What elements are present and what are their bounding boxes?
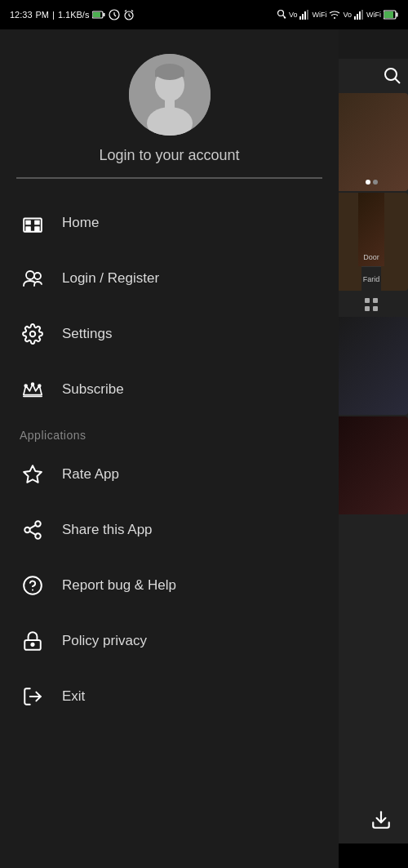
svg-line-9 <box>125 11 126 12</box>
svg-line-10 <box>131 11 133 12</box>
svg-rect-14 <box>299 16 301 20</box>
svg-line-8 <box>129 16 131 17</box>
menu-item-home[interactable]: Home <box>0 195 339 251</box>
menu-item-policy[interactable]: Policy privacy <box>0 613 339 669</box>
subscribe-label: Subscribe <box>62 381 124 398</box>
svg-point-59 <box>31 643 33 646</box>
menu-item-rate[interactable]: Rate App <box>0 447 339 502</box>
vo-signal-2: Vo <box>343 11 352 19</box>
svg-line-27 <box>395 78 400 83</box>
svg-point-43 <box>26 271 34 279</box>
login-label: Login / Register <box>62 270 159 287</box>
svg-point-11 <box>277 11 283 16</box>
svg-point-45 <box>30 332 36 337</box>
svg-point-44 <box>34 273 41 279</box>
svg-line-55 <box>29 525 35 528</box>
svg-rect-40 <box>34 220 39 225</box>
home-label: Home <box>62 215 99 231</box>
svg-rect-2 <box>93 12 100 17</box>
menu-item-subscribe[interactable]: Subscribe <box>0 362 339 417</box>
download-button[interactable] <box>370 809 392 835</box>
battery-icon <box>92 10 105 20</box>
speed-display: 1.1KB/s <box>58 10 90 20</box>
settings-icon <box>20 321 46 347</box>
svg-line-54 <box>29 532 35 535</box>
wifi-label-1: WiFi <box>312 11 326 19</box>
svg-rect-39 <box>25 220 30 225</box>
wifi-label-2: WiFi <box>366 11 381 19</box>
menu-item-exit[interactable]: Exit <box>0 669 339 724</box>
svg-rect-28 <box>365 298 370 303</box>
status-bar: 12:33 PM | 1.1KB/s <box>0 0 408 29</box>
thumb-label-2: Farid <box>361 274 382 285</box>
thumb-1 <box>335 93 408 191</box>
thumb-label-1: Door <box>361 251 381 263</box>
grid-icon <box>335 292 408 317</box>
search-icon[interactable] <box>384 67 401 85</box>
avatar-image <box>129 54 211 136</box>
home-icon <box>20 210 46 236</box>
report-label: Report bug & Help <box>62 577 176 594</box>
svg-rect-16 <box>304 11 306 20</box>
exit-label: Exit <box>62 688 85 705</box>
lock-icon <box>20 628 46 654</box>
rate-label: Rate App <box>62 466 119 483</box>
status-left: 12:33 PM | 1.1KB/s <box>10 9 135 20</box>
svg-rect-20 <box>357 14 358 20</box>
policy-label: Policy privacy <box>62 633 147 649</box>
applications-menu: Rate App Share this App <box>0 447 339 724</box>
signal-icon-2 <box>354 10 364 20</box>
key-icon <box>277 9 286 20</box>
svg-rect-22 <box>361 10 363 20</box>
svg-rect-21 <box>359 11 361 20</box>
ampm-display: PM <box>36 10 50 20</box>
drawer-header: Login to your account <box>0 29 339 195</box>
login-text[interactable]: Login to your account <box>99 147 239 164</box>
applications-section-label: Applications <box>0 417 339 447</box>
menu-item-settings[interactable]: Settings <box>0 306 339 362</box>
exit-icon <box>20 683 46 710</box>
svg-rect-29 <box>373 298 378 303</box>
svg-rect-37 <box>155 70 184 77</box>
svg-rect-24 <box>397 13 398 17</box>
header-divider <box>16 177 322 179</box>
svg-point-26 <box>385 69 397 80</box>
svg-rect-25 <box>384 11 393 18</box>
svg-point-49 <box>38 385 41 387</box>
menu-item-report[interactable]: Report bug & Help <box>0 558 339 613</box>
thumb-3 <box>335 317 408 415</box>
menu-item-share[interactable]: Share this App <box>0 502 339 558</box>
thumb-4 <box>335 416 408 514</box>
svg-rect-42 <box>34 226 39 232</box>
crown-icon <box>20 376 46 403</box>
separator: | <box>52 10 55 20</box>
svg-rect-17 <box>307 10 308 20</box>
help-icon <box>20 572 46 599</box>
bg-image-area: Door Farid <box>335 59 408 868</box>
thumb-2: Door Farid <box>335 193 408 291</box>
time-display: 12:33 <box>10 10 33 20</box>
alarm-icon <box>123 9 135 20</box>
svg-rect-1 <box>104 13 105 16</box>
share-icon <box>20 517 46 543</box>
svg-point-47 <box>24 385 27 387</box>
clock-icon <box>109 9 120 20</box>
svg-rect-41 <box>25 226 30 232</box>
svg-point-48 <box>32 383 34 385</box>
svg-rect-31 <box>373 306 378 311</box>
vo-signal-1: Vo <box>289 11 298 19</box>
svg-rect-30 <box>365 306 370 311</box>
signal-icon-1 <box>299 10 309 20</box>
svg-line-5 <box>114 15 116 16</box>
avatar[interactable] <box>129 54 211 136</box>
wifi-icon-1 <box>329 11 340 19</box>
status-right: Vo WiFi Vo WiFi <box>277 9 398 20</box>
svg-point-56 <box>24 576 42 594</box>
svg-marker-50 <box>24 465 42 483</box>
menu-item-login[interactable]: Login / Register <box>0 251 339 306</box>
main-menu: Home Login / Register Sett <box>0 195 339 417</box>
svg-rect-19 <box>354 16 356 20</box>
settings-label: Settings <box>62 326 112 342</box>
user-group-icon <box>20 265 46 292</box>
svg-point-18 <box>334 17 335 19</box>
